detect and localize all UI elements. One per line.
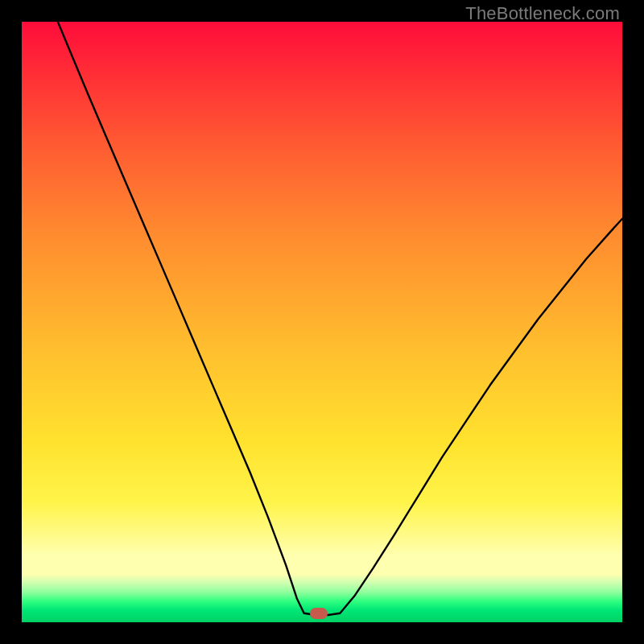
plot-area — [22, 22, 622, 622]
valley-marker — [310, 608, 328, 619]
curve-path — [58, 22, 622, 615]
chart-frame: TheBottleneck.com — [0, 0, 644, 644]
bottleneck-curve — [22, 22, 622, 622]
